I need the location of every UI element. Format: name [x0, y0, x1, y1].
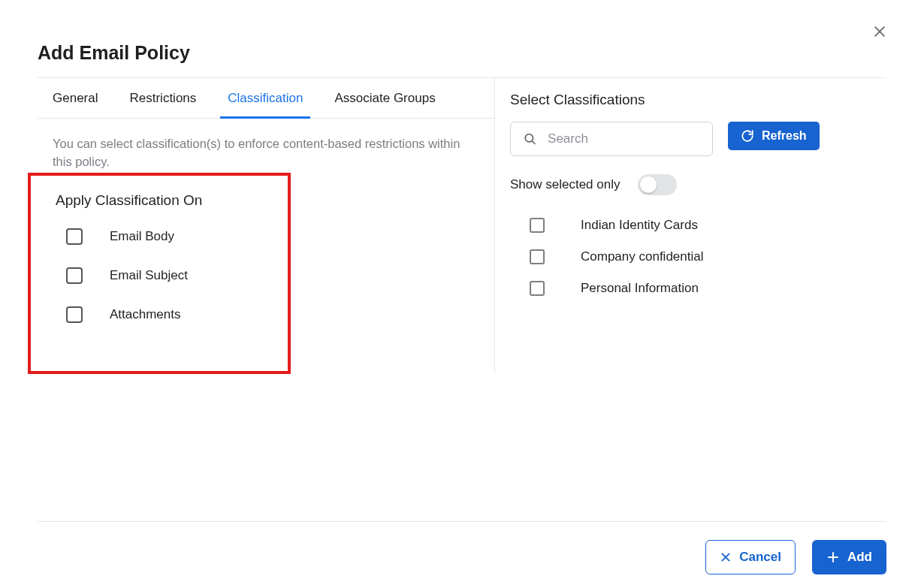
toggle-knob	[640, 176, 657, 193]
classification-label: Indian Identity Cards	[581, 218, 698, 233]
tab-restrictions[interactable]: Restrictions	[129, 78, 196, 118]
show-selected-only-toggle[interactable]	[638, 174, 677, 195]
dialog-header: Add Email Policy	[0, 0, 924, 78]
refresh-button[interactable]: Refresh	[728, 122, 820, 150]
close-icon	[720, 551, 732, 563]
refresh-label: Refresh	[762, 129, 807, 143]
classification-item[interactable]: Company confidential	[530, 249, 886, 264]
search-input[interactable]	[546, 131, 700, 147]
option-email-body[interactable]: Email Body	[66, 228, 273, 245]
classification-list: Indian Identity Cards Company confidenti…	[510, 218, 886, 296]
classification-label: Personal Information	[581, 281, 699, 296]
search-row: Refresh	[510, 122, 886, 156]
dialog-footer: Cancel Add	[38, 521, 886, 582]
checkbox[interactable]	[530, 281, 545, 296]
close-button[interactable]	[869, 21, 890, 42]
dialog-title: Add Email Policy	[38, 42, 886, 64]
dialog-body: General Restrictions Classification Asso…	[0, 78, 924, 374]
option-attachments[interactable]: Attachments	[66, 306, 273, 323]
dialog-add-email-policy: Add Email Policy General Restrictions Cl…	[0, 0, 924, 582]
show-selected-only-label: Show selected only	[510, 177, 620, 192]
apply-classification-highlight: Apply Classification On Email Body Email…	[28, 173, 291, 374]
tab-general[interactable]: General	[53, 78, 98, 118]
tab-classification[interactable]: Classification	[228, 78, 303, 118]
classification-item[interactable]: Personal Information	[530, 281, 886, 296]
search-icon	[523, 131, 537, 147]
tab-associate-groups[interactable]: Associate Groups	[334, 78, 435, 118]
cancel-label: Cancel	[739, 550, 781, 565]
checkbox[interactable]	[66, 306, 83, 323]
add-button[interactable]: Add	[812, 540, 886, 574]
show-selected-only-row: Show selected only	[510, 174, 886, 195]
option-email-subject[interactable]: Email Subject	[66, 267, 273, 284]
left-panel: General Restrictions Classification Asso…	[38, 78, 494, 374]
right-panel: Select Classifications Refresh Show sele…	[494, 78, 886, 374]
option-label: Email Body	[110, 229, 174, 244]
tabs: General Restrictions Classification Asso…	[38, 78, 494, 119]
tab-description: You can select classification(s) to enfo…	[38, 119, 494, 171]
close-icon	[872, 24, 887, 39]
cancel-button[interactable]: Cancel	[705, 540, 796, 574]
classification-label: Company confidential	[581, 249, 703, 264]
checkbox[interactable]	[66, 267, 83, 284]
refresh-icon	[741, 129, 754, 143]
search-box[interactable]	[510, 122, 713, 156]
option-label: Attachments	[110, 307, 181, 322]
apply-classification-title: Apply Classification On	[56, 192, 273, 209]
option-label: Email Subject	[110, 268, 188, 283]
checkbox[interactable]	[530, 249, 545, 264]
checkbox[interactable]	[530, 218, 545, 233]
svg-line-3	[532, 141, 535, 144]
plus-icon	[826, 550, 840, 564]
checkbox[interactable]	[66, 228, 83, 245]
select-classifications-title: Select Classifications	[510, 92, 886, 108]
add-label: Add	[847, 550, 872, 565]
classification-item[interactable]: Indian Identity Cards	[530, 218, 886, 233]
